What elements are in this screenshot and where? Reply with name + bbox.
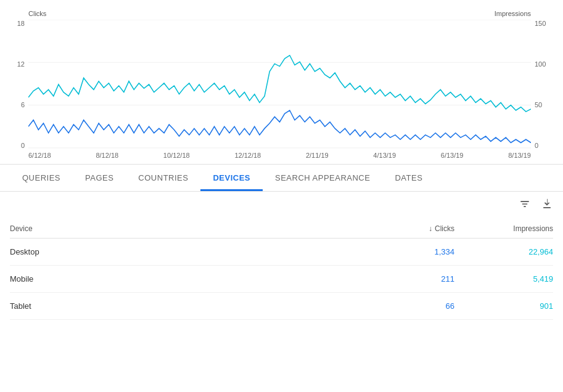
chart-area: [28, 20, 531, 149]
device-name: Mobile: [10, 274, 356, 284]
table-row: Mobile 211 5,419: [10, 266, 553, 293]
desktop-impressions: 22,964: [454, 247, 553, 256]
data-table: Device ↓ Clicks Impressions Desktop 1,33…: [0, 192, 563, 320]
sort-arrow-icon: ↓: [429, 224, 432, 233]
filter-icon[interactable]: [519, 198, 531, 213]
x-axis-labels: 6/12/18 8/12/18 10/12/18 12/12/18 2/11/1…: [28, 152, 531, 159]
tab-search-appearance[interactable]: SEARCH APPEARANCE: [263, 165, 382, 191]
tab-devices[interactable]: DEVICES: [200, 165, 263, 191]
device-name: Desktop: [10, 247, 356, 256]
toolbar: [10, 192, 553, 219]
mobile-impressions: 5,419: [454, 274, 553, 284]
y-axis-right: 150 100 50 0: [531, 20, 553, 149]
tablet-clicks: 66: [356, 301, 454, 311]
col-header-clicks[interactable]: ↓ Clicks: [356, 224, 454, 233]
desktop-clicks: 1,334: [356, 247, 454, 256]
download-icon[interactable]: [541, 198, 553, 213]
table-row: Desktop 1,334 22,964: [10, 239, 553, 266]
tabs-bar: QUERIES PAGES COUNTRIES DEVICES SEARCH A…: [0, 165, 563, 192]
y-axis-right-label: Impressions: [495, 10, 531, 17]
col-header-impressions: Impressions: [454, 224, 553, 233]
tab-countries[interactable]: COUNTRIES: [126, 165, 200, 191]
tablet-impressions: 901: [454, 301, 553, 311]
col-header-device: Device: [10, 224, 356, 233]
mobile-clicks: 211: [356, 274, 454, 284]
tab-queries[interactable]: QUERIES: [10, 165, 73, 191]
y-axis-left: 18 12 6 0: [10, 20, 28, 149]
table-row: Tablet 66 901: [10, 293, 553, 320]
tab-pages[interactable]: PAGES: [73, 165, 126, 191]
table-header: Device ↓ Clicks Impressions: [10, 219, 553, 239]
device-name: Tablet: [10, 301, 356, 311]
y-axis-left-label: Clicks: [28, 10, 46, 17]
tab-dates[interactable]: DATES: [382, 165, 435, 191]
